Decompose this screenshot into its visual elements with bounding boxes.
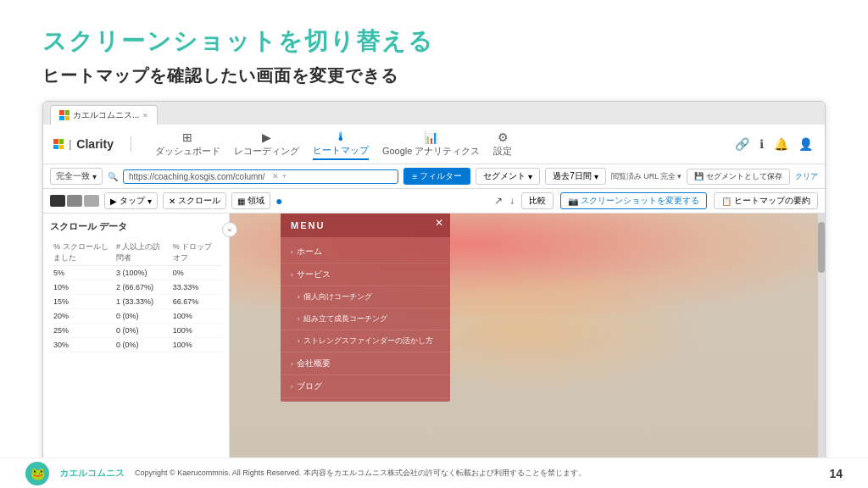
clear-button[interactable]: クリア <box>795 171 818 182</box>
settings-label: 設定 <box>493 145 512 158</box>
play-icon: ▶ <box>110 197 117 206</box>
row-visitors: 0 (0%) <box>113 309 170 324</box>
menu-item-label: 組み立て成長コーチング <box>303 313 387 324</box>
menu-close-button[interactable]: ✕ <box>435 217 443 229</box>
tap-button[interactable]: ▶ タップ ▾ <box>104 192 158 209</box>
ms-logo-icon <box>59 110 70 120</box>
scrollbar-thumb[interactable] <box>818 222 825 273</box>
toolbar-row: ▶ タップ ▾ ✕ スクロール ▦ 領域 ● ↗ ↓ 比較 📷 <box>43 189 825 214</box>
heatmap-summary-button[interactable]: 📋 ヒートマップの要約 <box>714 192 818 209</box>
url-bar-row: 完全一致 ▾ 🔍 https://coaching.kosgis.com/col… <box>43 164 825 189</box>
arrow-icon: › <box>291 360 293 368</box>
table-row: 30% 0 (0%) 100% <box>50 338 222 352</box>
arrow-icon: › <box>291 383 293 391</box>
compare-button[interactable]: 比較 <box>521 192 554 209</box>
left-panel: « スクロール データ % スクロールしました # 人以上の訪問者 % ドロップ… <box>43 214 230 470</box>
bell-icon[interactable]: 🔔 <box>772 136 790 152</box>
footer-logo-text: カエルコムニス <box>59 467 125 480</box>
scroll-icon: ✕ <box>169 197 175 206</box>
table-row: 10% 2 (66.67%) 33.33% <box>50 280 222 295</box>
table-row: 20% 0 (0%) 100% <box>50 309 222 324</box>
tab-heatmap[interactable]: 🌡 ヒートマップ <box>313 128 369 160</box>
row-pct: 30% <box>50 338 113 352</box>
table-row: 5% 3 (100%) 0% <box>50 266 222 280</box>
scrollbar[interactable] <box>818 214 825 470</box>
summary-icon: 📋 <box>721 197 732 206</box>
menu-item-label: ブログ <box>297 380 322 392</box>
search-icon: 🔍 <box>108 172 118 181</box>
user-icon[interactable]: 👤 <box>797 136 815 152</box>
row-drop: 66.67% <box>170 295 222 309</box>
filter-button[interactable]: ≡ フィルター <box>403 168 470 185</box>
download-icon[interactable]: ↓ <box>509 195 515 207</box>
summary-label: ヒートマップの要約 <box>734 195 810 207</box>
row-visitors: 0 (0%) <box>113 338 170 352</box>
tab-close-icon[interactable]: ✕ <box>142 112 148 119</box>
list-item[interactable]: ›ストレングスファインダーの活かし方 <box>281 330 450 352</box>
menu-item-label: ストレングスファインダーの活かし方 <box>303 336 433 347</box>
tab-settings[interactable]: ⚙ 設定 <box>493 129 512 159</box>
scroll-button[interactable]: ✕ スクロール <box>163 192 226 209</box>
browser-window: カエルコムニス... ✕ | Clarity ⊞ ダ <box>42 101 826 471</box>
toolbar-right: ↗ ↓ 比較 📷 スクリーンショットを変更する 📋 ヒートマップの要約 <box>494 192 818 209</box>
title-main: スクリーンショットを切り替える <box>42 25 826 58</box>
share-toolbar-icon[interactable]: ↗ <box>494 195 503 207</box>
row-visitors: 2 (66.67%) <box>113 280 170 295</box>
share-icon[interactable]: 🔗 <box>733 136 751 152</box>
recording-icon: ▶ <box>262 130 271 144</box>
collapse-button[interactable]: « <box>222 222 237 237</box>
menu-item-label: 個人向けコーチング <box>303 291 372 302</box>
tab-dashboard[interactable]: ⊞ ダッシュボード <box>155 129 220 159</box>
segment-button[interactable]: セグメント ▾ <box>476 168 540 185</box>
screenshot-button[interactable]: 📷 スクリーンショットを変更する <box>560 192 707 209</box>
view-btn-1[interactable] <box>50 195 65 207</box>
screenshot-label: スクリーンショットを変更する <box>581 195 699 207</box>
url-clear-icon[interactable]: ✕ <box>272 172 279 180</box>
tab-recording[interactable]: ▶ レコーディング <box>234 129 299 159</box>
row-pct: 20% <box>50 309 113 324</box>
list-item[interactable]: ›サービス <box>281 263 450 286</box>
tap-label: タップ <box>120 195 145 207</box>
circle-dot-icon[interactable]: ● <box>275 194 282 208</box>
table-row: 25% 0 (0%) 100% <box>50 324 222 338</box>
list-item[interactable]: ›個人向けコーチング <box>281 286 450 308</box>
list-item[interactable]: ›会社概要 <box>281 352 450 375</box>
footer: 🐸 カエルコムニス Copyright © Kaerucommnis. All … <box>0 458 868 488</box>
save-segment-button[interactable]: 💾 セグメントとして保存 <box>687 169 790 185</box>
row-drop: 100% <box>170 309 222 324</box>
segment-btn-label: セグメント <box>483 170 526 182</box>
compare-label: 比較 <box>529 196 546 205</box>
view-btn-3[interactable] <box>84 195 99 207</box>
time-chevron-icon: ▾ <box>594 172 598 181</box>
url-input[interactable]: https://coaching.kosgis.com/column/ ✕ + <box>123 169 398 184</box>
col-pct-drop: % ドロップ オフ <box>170 240 222 266</box>
time-button[interactable]: 過去7日間 ▾ <box>545 168 606 185</box>
col-pct-scrolled: % スクロールしました <box>50 240 113 266</box>
browser-tab[interactable]: カエルコムニス... ✕ <box>50 105 158 125</box>
menu-item-label: ホーム <box>297 246 322 258</box>
nav-bar: | Clarity ⊞ ダッシュボード ▶ レコーディング 🌡 ヒートマップ <box>43 125 825 164</box>
tab-label: カエルコムニス... <box>73 109 139 121</box>
camera-icon: 📷 <box>568 197 578 206</box>
list-item[interactable]: ›ブログ <box>281 375 450 398</box>
url-add-icon[interactable]: + <box>282 172 287 180</box>
title-sub: ヒートマップを確認したい画面を変更できる <box>42 64 826 87</box>
area-button[interactable]: ▦ 領域 <box>231 192 270 209</box>
segment-dropdown[interactable]: 完全一致 ▾ <box>50 168 103 185</box>
save-label: セグメントとして保存 <box>706 172 782 180</box>
footer-page-number: 14 <box>829 467 843 480</box>
segment-chevron-icon: ▾ <box>528 172 532 181</box>
arrow-icon: › <box>298 337 300 345</box>
help-icon[interactable]: ℹ <box>758 136 765 152</box>
dashboard-label: ダッシュボード <box>155 145 220 158</box>
list-item[interactable]: ›ホーム <box>281 241 450 263</box>
row-visitors: 3 (100%) <box>113 266 170 280</box>
view-btn-2[interactable] <box>67 195 82 207</box>
list-item[interactable]: ›組み立て成長コーチング <box>281 308 450 330</box>
analytics-icon: 📊 <box>424 130 438 144</box>
table-row: 15% 1 (33.33%) 66.67% <box>50 295 222 309</box>
chevron-down-icon: ▾ <box>92 172 97 181</box>
arrow-icon: › <box>298 315 300 323</box>
row-pct: 25% <box>50 324 113 338</box>
tab-analytics[interactable]: 📊 Google アナリティクス <box>382 129 481 159</box>
